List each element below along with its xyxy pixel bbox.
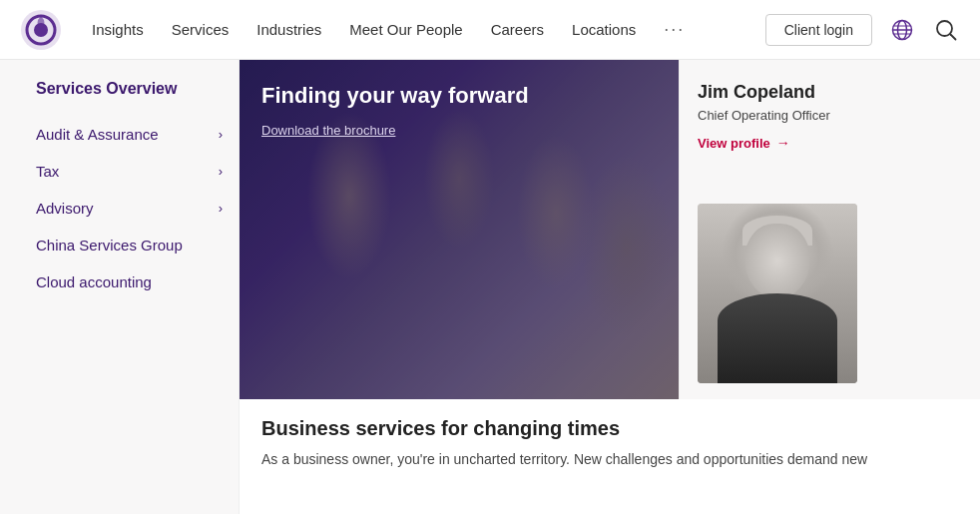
chevron-right-icon: › [219,127,223,142]
bottom-heading: Business services for changing times [261,417,958,440]
hero-image: Finding your way forward Download the br… [240,60,679,399]
view-profile-label: View profile [698,136,770,151]
bottom-section: Business services for changing times As … [240,399,980,514]
sidebar-item-cloud-accounting[interactable]: Cloud accounting [36,263,239,300]
services-overview-heading: Services Overview [36,80,239,98]
nav-meet-our-people[interactable]: Meet Our People [349,21,462,38]
sidebar-item-china-services[interactable]: China Services Group [36,227,239,263]
logo[interactable] [20,9,62,51]
view-profile-link[interactable]: View profile → [698,135,860,151]
hero-profile-row: Finding your way forward Download the br… [240,60,980,399]
sidebar-item-tax[interactable]: Tax › [36,153,239,190]
main-nav: Insights Services Industries Meet Our Pe… [92,19,765,40]
nav-services[interactable]: Services [172,21,230,38]
header: Insights Services Industries Meet Our Pe… [0,0,980,60]
svg-line-9 [951,34,956,39]
search-icon[interactable] [932,16,960,44]
hero-download-link[interactable]: Download the brochure [261,123,529,138]
nav-insights[interactable]: Insights [92,21,144,38]
nav-more-dots[interactable]: ··· [664,19,685,40]
header-right: Client login [765,14,960,46]
profile-photo [698,204,857,383]
profile-photo-suit [718,293,837,383]
sidebar-item-tax-label: Tax [36,163,59,180]
sidebar-item-audit[interactable]: Audit & Assurance › [36,116,239,153]
nav-locations[interactable]: Locations [572,21,636,38]
chevron-right-icon: › [219,201,223,216]
sidebar: Services Overview Audit & Assurance › Ta… [0,60,240,514]
sidebar-item-audit-label: Audit & Assurance [36,126,159,143]
sidebar-item-advisory[interactable]: Advisory › [36,190,239,227]
bottom-text: As a business owner, you're in uncharted… [261,448,958,470]
client-login-button[interactable]: Client login [765,14,872,46]
svg-point-8 [937,21,952,36]
profile-name: Jim Copeland [698,82,860,103]
hero-title: Finding your way forward [261,82,529,111]
main-layout: Services Overview Audit & Assurance › Ta… [0,60,980,514]
hero-text-block: Finding your way forward Download the br… [261,82,529,138]
profile-photo-face [745,224,810,298]
arrow-right-icon: → [776,135,790,151]
content-area: Finding your way forward Download the br… [240,60,980,514]
chevron-right-icon: › [219,164,223,179]
nav-careers[interactable]: Careers [491,21,544,38]
profile-panel: Jim Copeland Chief Operating Officer Vie… [679,60,878,399]
nav-industries[interactable]: Industries [256,21,321,38]
profile-job-title: Chief Operating Officer [698,107,860,125]
sidebar-item-advisory-label: Advisory [36,200,94,217]
globe-icon[interactable] [888,16,916,44]
